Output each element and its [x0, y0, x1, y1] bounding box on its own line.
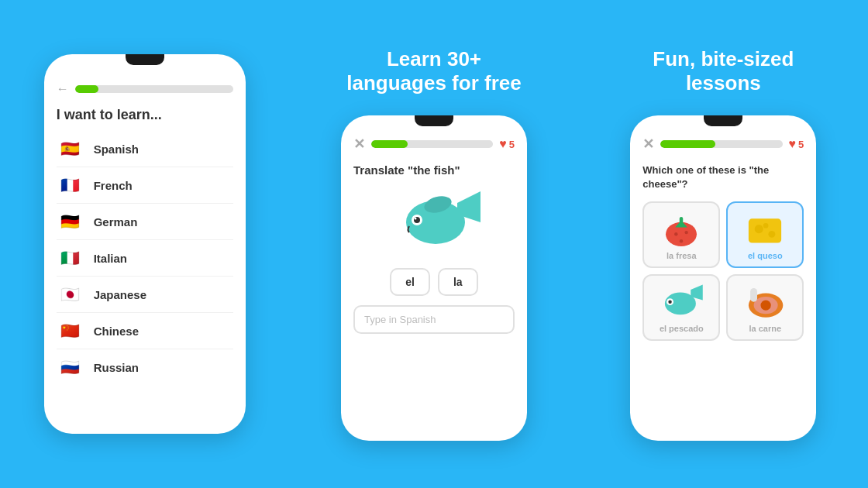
- heart-icon-right: ♥: [789, 137, 797, 151]
- flag-japanese: 🇯🇵: [57, 284, 84, 304]
- flag-spanish: 🇪🇸: [57, 139, 84, 159]
- flag-german: 🇩🇪: [57, 211, 84, 232]
- middle-panel: Learn 30+ languages for free ✕ ♥ 5 Trans…: [289, 0, 578, 488]
- svg-rect-11: [680, 217, 683, 224]
- svg-point-13: [755, 225, 763, 233]
- flag-russian: 🇷🇺: [57, 357, 84, 377]
- flag-french: 🇫🇷: [57, 175, 84, 195]
- quiz-hearts: ♥ 5: [789, 137, 804, 151]
- svg-point-5: [414, 218, 416, 220]
- quiz-card-fish[interactable]: el pescado: [642, 274, 720, 341]
- fish-illustration: [353, 187, 515, 257]
- cheese-svg: [742, 208, 788, 248]
- lang-name-german: German: [94, 215, 138, 229]
- back-arrow-icon[interactable]: ←: [57, 82, 69, 96]
- quiz-label-fish: el pescado: [660, 324, 704, 333]
- chip-el[interactable]: el: [390, 268, 430, 296]
- right-panel: Fun, bite-sized lessons ✕ ♥ 5 Which one …: [579, 0, 868, 488]
- lang-name-japanese: Japanese: [94, 288, 146, 301]
- lang-name-spanish: Spanish: [94, 143, 139, 156]
- lesson-progress-fill: [371, 140, 408, 148]
- quiz-label-meat: la carne: [749, 324, 782, 333]
- svg-point-10: [680, 239, 683, 242]
- language-list: 🇪🇸 Spanish 🇫🇷 French 🇩🇪 German 🇮🇹 Italia…: [57, 131, 233, 385]
- heart-icon: ♥: [499, 137, 507, 151]
- learn-title: I want to learn...: [57, 107, 233, 123]
- svg-rect-12: [749, 218, 781, 242]
- hearts-count: 5: [509, 139, 515, 150]
- quiz-grid: la fresa el queso: [642, 201, 804, 341]
- quiz-card-cheese[interactable]: el queso: [726, 201, 804, 268]
- list-item[interactable]: 🇪🇸 Spanish: [57, 131, 233, 167]
- svg-point-15: [763, 223, 769, 229]
- phone-notch-right: [692, 115, 754, 132]
- list-item[interactable]: 🇨🇳 Chinese: [57, 313, 233, 349]
- phone-left-content: ← I want to learn... 🇪🇸 Spanish 🇫🇷 Frenc…: [44, 54, 246, 434]
- close-icon-right[interactable]: ✕: [642, 137, 654, 151]
- phone-middle-content: ✕ ♥ 5 Translate "the fish": [341, 115, 527, 441]
- svg-point-9: [685, 231, 688, 234]
- progress-bar-fill: [75, 85, 99, 93]
- flag-italian: 🇮🇹: [57, 248, 84, 268]
- left-panel: ← I want to learn... 🇪🇸 Spanish 🇫🇷 Frenc…: [0, 0, 289, 488]
- list-item[interactable]: 🇩🇪 German: [57, 204, 233, 240]
- svg-point-8: [674, 232, 677, 235]
- fish-small-svg: [658, 281, 704, 321]
- svg-point-19: [669, 300, 672, 303]
- strawberry-image: [658, 209, 704, 248]
- middle-phone: ✕ ♥ 5 Translate "the fish": [341, 115, 527, 441]
- quiz-progress-fill: [660, 140, 715, 148]
- lesson-top-bar: ✕ ♥ 5: [353, 137, 515, 151]
- lesson-question: Translate "the fish": [353, 163, 515, 177]
- top-bar: ←: [57, 82, 233, 96]
- quiz-hearts-count: 5: [798, 139, 804, 150]
- cheese-image: [742, 209, 788, 248]
- phone-right-content: ✕ ♥ 5 Which one of these is "the cheese"…: [630, 115, 816, 441]
- fish-small-image: [658, 282, 704, 321]
- list-item[interactable]: 🇮🇹 Italian: [57, 240, 233, 277]
- fish-svg: [388, 187, 480, 257]
- lang-name-chinese: Chinese: [94, 325, 139, 338]
- quiz-card-meat[interactable]: la carne: [726, 274, 804, 341]
- hearts-display: ♥ 5: [499, 137, 515, 151]
- word-chips: el la: [353, 268, 515, 296]
- close-icon[interactable]: ✕: [353, 137, 365, 151]
- quiz-label-strawberry: la fresa: [666, 251, 697, 260]
- lang-name-italian: Italian: [94, 252, 127, 265]
- list-item[interactable]: 🇷🇺 Russian: [57, 349, 233, 385]
- lang-name-french: French: [94, 179, 133, 192]
- quiz-label-cheese: el queso: [748, 251, 783, 260]
- quiz-progress-bg: [660, 140, 782, 148]
- svg-point-14: [769, 231, 776, 238]
- phone-notch-middle: [403, 115, 465, 132]
- progress-bar-bg: [75, 85, 233, 93]
- lang-name-russian: Russian: [94, 361, 139, 374]
- left-phone: ← I want to learn... 🇪🇸 Spanish 🇫🇷 Frenc…: [44, 54, 246, 434]
- strawberry-svg: [658, 208, 704, 248]
- type-input[interactable]: Type in Spanish: [353, 305, 515, 334]
- flag-chinese: 🇨🇳: [57, 321, 84, 341]
- svg-point-22: [761, 300, 771, 310]
- phone-notch: [114, 54, 176, 71]
- quiz-question: Which one of these is "the cheese"?: [642, 163, 804, 191]
- chip-la[interactable]: la: [438, 268, 478, 296]
- meat-svg: [742, 281, 788, 321]
- list-item[interactable]: 🇯🇵 Japanese: [57, 277, 233, 313]
- lesson-progress-bg: [371, 140, 493, 148]
- svg-rect-23: [750, 288, 757, 302]
- list-item[interactable]: 🇫🇷 French: [57, 167, 233, 204]
- middle-heading: Learn 30+ languages for free: [346, 47, 521, 95]
- quiz-card-strawberry[interactable]: la fresa: [642, 201, 720, 268]
- right-phone: ✕ ♥ 5 Which one of these is "the cheese"…: [630, 115, 816, 441]
- right-heading: Fun, bite-sized lessons: [653, 47, 794, 95]
- quiz-top-bar: ✕ ♥ 5: [642, 137, 804, 151]
- meat-image: [742, 282, 788, 321]
